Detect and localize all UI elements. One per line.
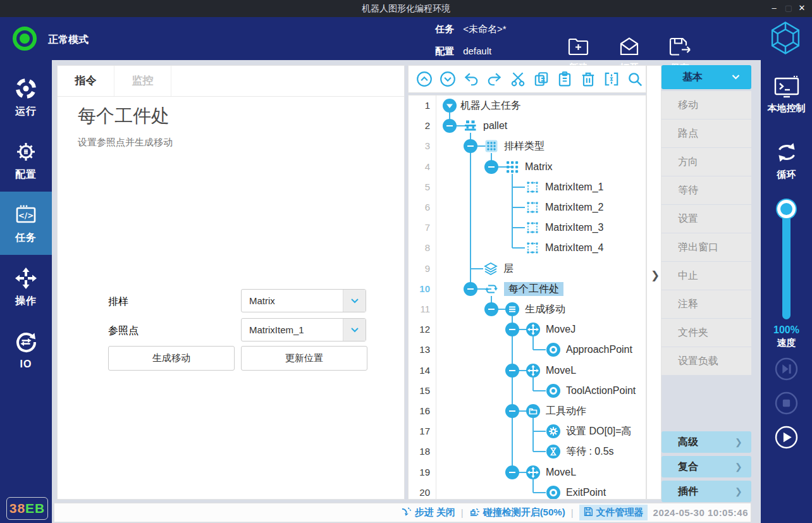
tree-collapse-control[interactable]: [443, 119, 457, 133]
step-forward-button[interactable]: [775, 357, 798, 381]
tree-row-label[interactable]: MatrixItem_2: [545, 200, 603, 214]
sidebar-item-config[interactable]: 配置: [0, 128, 52, 192]
tree-collapse-control[interactable]: [484, 302, 498, 316]
toolbar-cut-icon[interactable]: [510, 71, 526, 87]
tree-row-label[interactable]: MoveL: [546, 465, 576, 479]
tree-row-label[interactable]: 机器人主任务: [460, 99, 521, 113]
field-label-pattern: 排样: [108, 295, 128, 309]
close-button[interactable]: ✕: [796, 2, 808, 15]
library-item[interactable]: 注释: [661, 290, 751, 318]
sidebar-item-io[interactable]: IO: [0, 318, 52, 381]
tree-row-label[interactable]: 等待 : 0.5s: [566, 445, 614, 458]
toolbar-delete-icon[interactable]: [580, 71, 596, 87]
maximize-button[interactable]: ▢: [782, 2, 795, 15]
robot-id-badge[interactable]: 38EB: [6, 497, 48, 520]
tree-row-label[interactable]: 生成移动: [525, 302, 565, 316]
tree-connector: [533, 431, 546, 432]
tab-instruction[interactable]: 指令: [58, 66, 114, 96]
tree-row-label[interactable]: MatrixItem_1: [545, 180, 603, 194]
chevron-down-icon: [731, 71, 751, 83]
select-reference[interactable]: MatrixItem_1: [241, 318, 366, 341]
select-value: MatrixItem_1: [242, 324, 343, 335]
tree-collapse-control[interactable]: [464, 282, 477, 296]
toolbar-copy-icon[interactable]: [533, 71, 550, 87]
tree-collapse-control[interactable]: [484, 160, 498, 174]
toolbar-search-icon[interactable]: [627, 71, 643, 87]
point-icon: [546, 383, 561, 398]
select-pattern[interactable]: Matrix: [241, 289, 366, 312]
sidebar-item-run[interactable]: 运行: [0, 65, 52, 128]
library-group[interactable]: 插件❯: [661, 481, 751, 502]
tree-row-label[interactable]: 排样类型: [504, 139, 544, 153]
tree-row-number: 3: [409, 140, 430, 152]
library-item-label: 路点: [661, 127, 698, 140]
instruction-panel: 指令监控 每个工件处 设置参照点并生成移动 排样Matrix参照点MatrixI…: [57, 65, 405, 500]
status-divider: |: [571, 507, 574, 518]
tree-connector: [532, 378, 534, 391]
tab-monitor[interactable]: 监控: [114, 66, 171, 96]
sidebar-item-task[interactable]: </>任务: [0, 192, 52, 255]
library-item[interactable]: 路点: [661, 120, 751, 147]
speed-slider-handle[interactable]: [777, 200, 796, 218]
library-item[interactable]: 中止: [661, 262, 751, 290]
tree-row-label[interactable]: MoveJ: [546, 323, 575, 336]
tree-row-label[interactable]: Matrix: [525, 160, 553, 174]
step-mode-icon: [401, 507, 412, 519]
tree-row-label[interactable]: 工具动作: [546, 404, 586, 418]
tree-collapse-control[interactable]: [505, 323, 519, 336]
tree-collapse-control[interactable]: [464, 139, 477, 153]
library-item[interactable]: 方向: [661, 148, 751, 176]
toolbar-move-up-icon[interactable]: [416, 71, 433, 87]
tree-row-label[interactable]: MatrixItem_4: [545, 241, 603, 255]
matrix-icon: [505, 159, 520, 175]
toolbar-paste-icon[interactable]: [557, 71, 573, 87]
library-group-label: 插件: [661, 485, 735, 498]
tree-row-label[interactable]: 每个工件处: [504, 282, 563, 296]
speed-slider-track[interactable]: [782, 206, 790, 319]
toolbar-move-down-icon[interactable]: [440, 71, 456, 87]
library-item[interactable]: 设置负载: [661, 347, 751, 375]
library-group[interactable]: 高级❯: [661, 431, 751, 453]
expand-panel-chevron-icon[interactable]: ❯: [651, 269, 660, 282]
toolbar-collapse-icon[interactable]: [603, 71, 620, 87]
library-group-label: 复合: [661, 460, 735, 474]
library-item[interactable]: 移动: [661, 91, 751, 119]
tree-connector: [470, 133, 471, 289]
tree-row-number: 12: [409, 323, 430, 336]
library-item[interactable]: 弹出窗口: [661, 233, 751, 261]
library-header-basic[interactable]: 基本: [661, 65, 751, 89]
instruction-heading: 每个工件处: [78, 104, 169, 129]
tree-collapse-control[interactable]: [505, 364, 519, 378]
play-button[interactable]: [775, 426, 798, 449]
library-item[interactable]: 等待: [661, 176, 751, 204]
toolbar-undo-icon[interactable]: [463, 71, 479, 87]
tree-row-label[interactable]: ExitPoint: [566, 486, 606, 500]
tree-collapse-control[interactable]: [505, 465, 519, 479]
toolbar-redo-icon[interactable]: [486, 71, 503, 87]
cycle-icon[interactable]: [773, 139, 800, 168]
library-item[interactable]: 文件夹: [661, 319, 751, 347]
tree-row-label[interactable]: ApproachPoint: [566, 343, 632, 357]
generate-moves-button[interactable]: 生成移动: [108, 346, 235, 371]
local-control-icon[interactable]: [773, 75, 801, 102]
tree-row-label[interactable]: ToolActionPoint: [566, 384, 636, 398]
tree-row-label[interactable]: MoveL: [546, 364, 576, 378]
tree-connector: [512, 227, 525, 228]
library-group[interactable]: 复合❯: [661, 456, 751, 477]
mode-indicator[interactable]: 正常模式: [11, 25, 89, 54]
minimize-button[interactable]: –: [768, 2, 780, 15]
update-position-button[interactable]: 更新位置: [241, 346, 367, 371]
collision-text: 碰撞检测开启(50%): [483, 507, 565, 519]
tree-row-label[interactable]: pallet: [483, 119, 507, 133]
stop-button[interactable]: [775, 391, 798, 415]
library-item[interactable]: 设置: [661, 205, 751, 233]
step-mode-status[interactable]: 步进 关闭: [401, 507, 455, 519]
sidebar-item-operate[interactable]: 操作: [0, 255, 52, 318]
collision-status[interactable]: 碰撞检测开启(50%): [469, 507, 565, 519]
config-value: default: [463, 46, 491, 56]
tree-row-label[interactable]: 设置 DO[0]=高: [566, 424, 632, 438]
tree-row-label[interactable]: 层: [503, 262, 514, 276]
file-manager-button[interactable]: 文件管理器: [579, 505, 648, 520]
tree-row-label[interactable]: MatrixItem_3: [545, 221, 603, 235]
tree-collapse-control[interactable]: [505, 404, 519, 418]
